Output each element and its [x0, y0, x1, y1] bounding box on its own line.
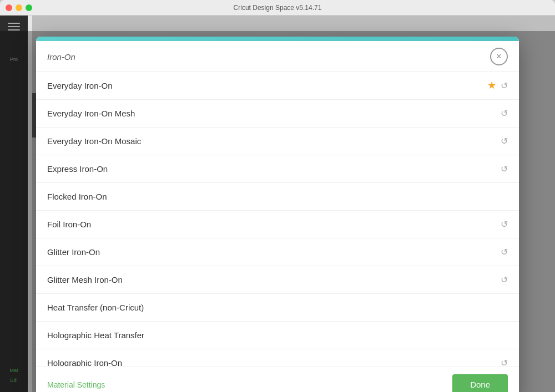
- item-left: Everyday Iron-On Mesh: [47, 109, 135, 118]
- settings-icon[interactable]: ↺: [501, 80, 508, 91]
- settings-icon[interactable]: ↺: [501, 108, 508, 119]
- maximize-button[interactable]: [26, 4, 32, 11]
- material-name: Glitter Iron-On: [47, 247, 100, 257]
- material-item[interactable]: Everyday Iron-On Mosaic ↺: [36, 128, 519, 155]
- material-name: Flocked Iron-On: [47, 192, 107, 201]
- item-left: Glitter Mesh Iron-On: [47, 275, 123, 284]
- material-name: Everyday Iron-On: [47, 81, 113, 90]
- item-left: Heat Transfer (non-Cricut): [47, 303, 144, 312]
- minimize-button[interactable]: [16, 4, 22, 11]
- window-chrome: Cricut Design Space v5.14.71: [0, 0, 555, 16]
- material-actions: ↺: [501, 274, 508, 285]
- settings-icon[interactable]: ↺: [501, 136, 508, 146]
- material-item[interactable]: Holographic Iron-On ↺: [36, 349, 519, 366]
- settings-icon[interactable]: ↺: [501, 164, 508, 174]
- material-modal: Iron-On × Everyday Iron-On ★ ↺: [36, 37, 519, 392]
- material-name: Everyday Iron-On Mesh: [47, 109, 135, 118]
- done-button[interactable]: Done: [452, 374, 508, 392]
- modal-header: Iron-On ×: [36, 41, 519, 72]
- material-name: Heat Transfer (non-Cricut): [47, 303, 144, 312]
- material-name: Everyday Iron-On Mosaic: [47, 136, 141, 146]
- material-item[interactable]: Everyday Iron-On Mesh ↺: [36, 100, 519, 128]
- item-left: Foil Iron-On: [47, 220, 91, 229]
- material-name: Holographic Iron-On: [47, 358, 122, 366]
- app-background: Pro Mat Edi Iron-On ×: [0, 16, 555, 392]
- settings-icon[interactable]: ↺: [501, 247, 508, 257]
- modal-overlay: Iron-On × Everyday Iron-On ★ ↺: [0, 31, 555, 392]
- hamburger-line-2: [8, 26, 20, 27]
- material-list[interactable]: Everyday Iron-On ★ ↺ Everyday Iron-On Me…: [36, 72, 519, 366]
- item-left: Holographic Heat Transfer: [47, 330, 144, 340]
- settings-icon[interactable]: ↺: [501, 358, 508, 366]
- material-actions: ↺: [501, 136, 508, 146]
- material-item[interactable]: Foil Iron-On ↺: [36, 211, 519, 238]
- material-settings-link[interactable]: Material Settings: [47, 380, 105, 389]
- material-item[interactable]: Everyday Iron-On ★ ↺: [36, 72, 519, 100]
- material-item[interactable]: Express Iron-On ↺: [36, 155, 519, 183]
- item-left: Holographic Iron-On: [47, 358, 122, 366]
- material-item[interactable]: Holographic Heat Transfer: [36, 322, 519, 349]
- close-button[interactable]: [6, 4, 12, 11]
- modal-top-bar: [36, 37, 519, 41]
- settings-icon[interactable]: ↺: [501, 274, 508, 285]
- material-actions: ↺: [501, 219, 508, 230]
- item-left: Express Iron-On: [47, 164, 108, 174]
- material-actions: ★ ↺: [487, 79, 508, 91]
- modal-close-button[interactable]: ×: [490, 48, 508, 65]
- item-left: Everyday Iron-On: [47, 81, 113, 90]
- material-item[interactable]: Glitter Mesh Iron-On ↺: [36, 266, 519, 294]
- material-name: Glitter Mesh Iron-On: [47, 275, 123, 284]
- material-actions: ↺: [501, 247, 508, 257]
- settings-icon[interactable]: ↺: [501, 219, 508, 230]
- material-name: Foil Iron-On: [47, 220, 91, 229]
- material-item[interactable]: Heat Transfer (non-Cricut): [36, 294, 519, 322]
- material-actions: ↺: [501, 108, 508, 119]
- material-name: Holographic Heat Transfer: [47, 330, 144, 340]
- material-item[interactable]: Glitter Iron-On ↺: [36, 238, 519, 266]
- material-item[interactable]: Flocked Iron-On: [36, 183, 519, 211]
- modal-category-title: Iron-On: [47, 52, 75, 62]
- hamburger-line-1: [8, 23, 20, 24]
- item-left: Flocked Iron-On: [47, 192, 107, 201]
- item-left: Everyday Iron-On Mosaic: [47, 136, 141, 146]
- modal-footer: Material Settings Done: [36, 366, 519, 392]
- material-name: Express Iron-On: [47, 164, 108, 174]
- window-title: Cricut Design Space v5.14.71: [234, 4, 322, 12]
- material-actions: ↺: [501, 164, 508, 174]
- hamburger-line-3: [8, 29, 20, 30]
- item-left: Glitter Iron-On: [47, 247, 100, 257]
- window-controls[interactable]: [6, 4, 32, 11]
- star-icon[interactable]: ★: [487, 79, 496, 91]
- material-actions: ↺: [501, 358, 508, 366]
